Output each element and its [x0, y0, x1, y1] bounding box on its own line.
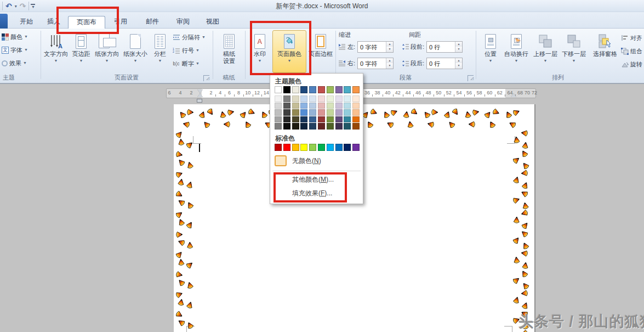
- theme-color-swatch[interactable]: [327, 86, 334, 93]
- theme-variant-swatch[interactable]: [275, 123, 282, 130]
- standard-color-swatch[interactable]: [335, 144, 343, 151]
- theme-variant-swatch[interactable]: [283, 109, 290, 116]
- first-line-indent-marker[interactable]: [197, 89, 203, 93]
- theme-variant-swatch[interactable]: [292, 95, 299, 102]
- theme-variant-swatch[interactable]: [309, 123, 316, 130]
- theme-color-swatch[interactable]: [335, 86, 343, 93]
- hanging-indent-marker[interactable]: [197, 93, 203, 97]
- watermark-button[interactable]: A 水印 ▼: [248, 30, 271, 73]
- theme-color-swatch[interactable]: [283, 86, 290, 93]
- theme-variant-swatch[interactable]: [318, 95, 325, 102]
- spinner-buttons[interactable]: ▲▼: [386, 58, 393, 69]
- tab-references[interactable]: 引用: [109, 16, 133, 29]
- standard-color-swatch[interactable]: [344, 144, 351, 151]
- spacing-before-input[interactable]: 0 行▲▼: [426, 41, 463, 53]
- no-color-item[interactable]: 无颜色(N): [270, 154, 363, 167]
- standard-color-swatch[interactable]: [309, 144, 316, 151]
- theme-variant-swatch[interactable]: [335, 95, 343, 102]
- theme-variant-swatch[interactable]: [352, 103, 360, 109]
- theme-variant-swatch[interactable]: [309, 103, 316, 109]
- theme-color-swatch[interactable]: [309, 86, 316, 93]
- theme-variant-swatch[interactable]: [309, 116, 316, 123]
- tab-mailings[interactable]: 邮件: [140, 16, 164, 29]
- theme-colors-button[interactable]: 颜色▼: [2, 31, 28, 43]
- standard-color-swatch[interactable]: [327, 144, 334, 151]
- page-color-button[interactable]: 页面颜色 ▼: [272, 30, 306, 73]
- theme-color-swatch[interactable]: [318, 86, 325, 93]
- theme-variant-swatch[interactable]: [309, 109, 316, 116]
- hyphenation-button[interactable]: b¦c 断字▼: [172, 58, 200, 70]
- right-indent-marker[interactable]: [511, 93, 516, 97]
- position-button[interactable]: 位置 ▼: [480, 30, 501, 73]
- tab-home[interactable]: 开始: [14, 16, 38, 29]
- theme-variant-swatch[interactable]: [275, 116, 282, 123]
- theme-variant-swatch[interactable]: [344, 123, 351, 130]
- theme-variant-swatch[interactable]: [327, 95, 334, 102]
- page-borders-button[interactable]: 页面边框: [307, 30, 334, 73]
- spinner-buttons[interactable]: ▲▼: [386, 42, 393, 52]
- theme-variant-swatch[interactable]: [318, 109, 325, 116]
- manuscript-setup-button[interactable]: 稿纸 设置: [217, 30, 241, 73]
- theme-variant-swatch[interactable]: [300, 95, 307, 102]
- standard-color-swatch[interactable]: [352, 144, 360, 151]
- send-backward-button[interactable]: 下移一层 ▼: [560, 30, 588, 73]
- columns-button[interactable]: 分栏 ▼: [150, 30, 170, 73]
- theme-variant-swatch[interactable]: [327, 116, 334, 123]
- theme-variant-swatch[interactable]: [344, 95, 351, 102]
- theme-variant-swatch[interactable]: [344, 116, 351, 123]
- theme-effects-button[interactable]: 效果▼: [2, 57, 27, 69]
- line-numbers-button[interactable]: 12 行号▼: [172, 44, 200, 57]
- standard-color-swatch[interactable]: [292, 144, 299, 151]
- text-direction-button[interactable]: A 文字方向 ▼: [43, 30, 69, 73]
- dialog-launcher-icon[interactable]: ◿: [468, 75, 474, 81]
- theme-variant-swatch[interactable]: [292, 109, 299, 116]
- tab-insert[interactable]: 插入: [42, 16, 66, 29]
- theme-variant-swatch[interactable]: [352, 116, 360, 123]
- theme-variant-swatch[interactable]: [283, 103, 290, 109]
- theme-variant-swatch[interactable]: [335, 103, 343, 109]
- theme-color-swatch[interactable]: [275, 86, 282, 93]
- theme-variant-swatch[interactable]: [292, 103, 299, 109]
- indent-left-input[interactable]: 0 字符▲▼: [357, 41, 394, 53]
- theme-variant-swatch[interactable]: [275, 95, 282, 102]
- standard-color-swatch[interactable]: [275, 144, 282, 151]
- theme-variant-swatch[interactable]: [352, 95, 360, 102]
- size-button[interactable]: 纸张大小 ▼: [122, 30, 149, 73]
- bring-forward-button[interactable]: 上移一层 ▼: [532, 30, 559, 73]
- theme-variant-swatch[interactable]: [300, 103, 307, 109]
- tab-page-layout[interactable]: 页面布局: [68, 16, 105, 29]
- standard-color-swatch[interactable]: [300, 144, 307, 151]
- theme-variant-swatch[interactable]: [335, 109, 343, 116]
- orientation-button[interactable]: 纸张方向 ▼: [93, 30, 121, 73]
- theme-variant-swatch[interactable]: [352, 109, 360, 116]
- tab-review[interactable]: 审阅: [171, 16, 195, 29]
- theme-color-swatch[interactable]: [300, 86, 307, 93]
- theme-variant-swatch[interactable]: [327, 109, 334, 116]
- theme-variant-swatch[interactable]: [352, 123, 360, 130]
- group-objects-button[interactable]: 组合▼: [620, 45, 644, 57]
- theme-variant-swatch[interactable]: [318, 116, 325, 123]
- more-colors-item[interactable]: 其他颜色(M)...: [270, 173, 363, 186]
- theme-variant-swatch[interactable]: [309, 95, 316, 102]
- theme-variant-swatch[interactable]: [275, 103, 282, 109]
- theme-variant-swatch[interactable]: [335, 123, 343, 130]
- left-indent-marker[interactable]: [197, 99, 202, 103]
- theme-variant-swatch[interactable]: [292, 116, 299, 123]
- theme-variant-swatch[interactable]: [327, 103, 334, 109]
- theme-variant-swatch[interactable]: [327, 123, 334, 130]
- theme-variant-swatch[interactable]: [300, 116, 307, 123]
- rotate-button[interactable]: 旋转▼: [620, 58, 644, 70]
- breaks-button[interactable]: 分隔符▼: [172, 31, 206, 43]
- theme-variant-swatch[interactable]: [300, 123, 307, 130]
- standard-color-swatch[interactable]: [283, 144, 290, 151]
- dialog-launcher-icon[interactable]: ◿: [203, 75, 209, 81]
- theme-variant-swatch[interactable]: [292, 123, 299, 130]
- theme-color-swatch[interactable]: [292, 86, 299, 93]
- theme-variant-swatch[interactable]: [335, 116, 343, 123]
- align-button[interactable]: 对齐▼: [620, 32, 644, 44]
- file-tab[interactable]: [0, 14, 8, 29]
- wrap-text-button[interactable]: 🐎 自动换行 ▼: [502, 30, 531, 73]
- margins-button[interactable]: 页边距 ▼: [70, 30, 92, 73]
- theme-variant-swatch[interactable]: [318, 103, 325, 109]
- theme-variant-swatch[interactable]: [344, 109, 351, 116]
